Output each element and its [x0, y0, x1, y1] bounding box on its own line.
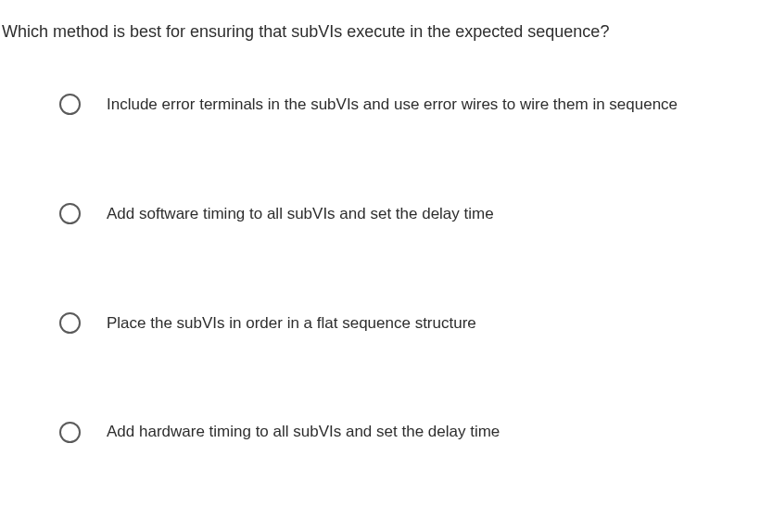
radio-button-option-1[interactable] [59, 94, 81, 115]
option-label: Place the subVIs in order in a flat sequ… [107, 312, 476, 335]
question-container: Which method is best for ensuring that s… [0, 0, 760, 443]
options-list: Include error terminals in the subVIs an… [0, 94, 760, 443]
option-label: Add software timing to all subVIs and se… [107, 203, 494, 225]
option-row[interactable]: Add software timing to all subVIs and se… [59, 203, 760, 225]
option-row[interactable]: Add hardware timing to all subVIs and se… [59, 421, 760, 443]
question-text: Which method is best for ensuring that s… [0, 22, 760, 42]
radio-button-option-2[interactable] [59, 203, 81, 224]
option-row[interactable]: Place the subVIs in order in a flat sequ… [59, 312, 760, 335]
radio-button-option-3[interactable] [59, 312, 81, 334]
option-label: Add hardware timing to all subVIs and se… [107, 421, 500, 443]
option-label: Include error terminals in the subVIs an… [107, 94, 678, 116]
option-row[interactable]: Include error terminals in the subVIs an… [59, 94, 760, 116]
radio-button-option-4[interactable] [59, 422, 81, 443]
